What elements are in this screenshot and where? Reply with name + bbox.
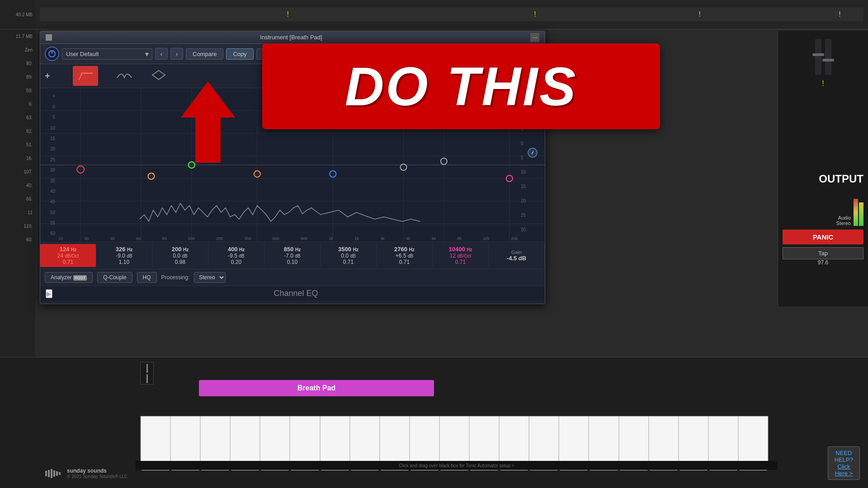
freq-500: 500 — [273, 236, 279, 241]
mem-label-13: 40. — [26, 183, 33, 188]
band-1-values[interactable]: 124 Hz 24 dB/Oct 0.71 — [40, 244, 96, 267]
band-7-values[interactable]: 2760 Hz +6.5 dB 0.71 — [377, 244, 433, 267]
freq-300: 300 — [244, 236, 251, 241]
right-panel: ! OUTPUT Audio Stereo PANIC Tap — [778, 31, 868, 306]
mem-label-2: 11.7 MB — [16, 34, 33, 39]
band-5-q: 0.10 — [287, 259, 297, 265]
marker-2: ! — [534, 10, 536, 19]
mem-label-16: 110. — [24, 224, 33, 229]
level-meters — [854, 190, 863, 226]
band-6-values[interactable]: 3500 Hz 0.0 dB 0.71 — [321, 244, 377, 267]
logo-icon — [45, 469, 63, 478]
freq-6k: 6k — [432, 236, 436, 241]
freq-80: 80 — [162, 236, 166, 241]
level-meter-r — [859, 190, 863, 226]
band-8-freq: 10400 Hz — [448, 246, 472, 253]
gain-tick-20: 20 — [50, 146, 55, 151]
band-3-q: 0.98 — [175, 259, 185, 265]
breath-pad-label: Breath Pad — [297, 384, 335, 392]
need-help-button[interactable]: NEED HELP? Click Here > — [828, 446, 860, 480]
band-2-icon[interactable] — [116, 69, 132, 83]
bottom-area: Breath Pad — [0, 357, 868, 488]
red-arrow-svg — [172, 81, 244, 163]
window-close-dot[interactable] — [46, 34, 52, 41]
gain-tick-55: 55 — [50, 221, 55, 225]
band-3-freq: 200 Hz — [172, 246, 189, 253]
band-1-db: 24 dB/Oct — [57, 253, 79, 259]
mem-label-17: 60. — [26, 237, 33, 242]
r-gain-25: 25 — [521, 213, 526, 218]
band-5-db: -7.0 dB — [284, 253, 300, 259]
add-band-btn[interactable]: + — [45, 71, 50, 81]
play-button[interactable]: ▶ — [46, 289, 52, 298]
band-1-icon[interactable] — [73, 66, 98, 86]
eq-footer: ▶ Channel EQ — [40, 286, 545, 301]
gain-knob[interactable] — [528, 148, 538, 158]
r-gain-20: 20 — [521, 198, 526, 203]
band-6-q: 0.71 — [343, 259, 354, 265]
need-help-label: NEED HELP? — [835, 450, 853, 463]
level-meter-l — [854, 190, 858, 226]
eq-minimize-btn[interactable]: — — [530, 33, 539, 42]
band-8-values[interactable]: 10400 Hz 12 dB/Oct 0.71 — [433, 244, 489, 267]
band-1-freq: 124 Hz — [60, 246, 77, 253]
freq-200: 200 — [216, 236, 223, 241]
band-5-freq: 850 Hz — [284, 246, 301, 253]
hq-button[interactable]: HQ — [137, 272, 157, 283]
mem-label-8: 63. — [26, 115, 33, 120]
analyzer-button[interactable]: AnalyzerPOST — [45, 272, 93, 283]
power-button[interactable] — [45, 47, 59, 61]
processing-select[interactable]: Stereo Left Right Mid Side — [194, 272, 226, 283]
gain-tick-plus: + — [52, 94, 55, 99]
mem-label-11: 16. — [26, 156, 33, 161]
gain-tick-25: 25 — [50, 157, 55, 162]
copy-button[interactable]: Copy — [226, 48, 253, 60]
tap-section: Tap 97.6 — [783, 247, 863, 266]
sunday-sounds-name: sunday sounds — [67, 468, 127, 474]
fader-right[interactable] — [825, 39, 831, 75]
freq-10k: 10k — [483, 236, 490, 241]
timeline-track: ! ! ! ! — [40, 8, 863, 21]
fader-left[interactable] — [815, 39, 821, 75]
freq-20k: 20k — [511, 236, 518, 241]
mem-label-10: 51. — [26, 142, 33, 147]
preset-dropdown[interactable]: User Default — [62, 48, 152, 60]
tonic-automator: Click and drag over black box for Tonic … — [136, 461, 778, 470]
band-1-q: 0.71 — [63, 259, 73, 265]
band-5-values[interactable]: 850 Hz -7.0 dB 0.10 — [264, 244, 321, 267]
band-2-values[interactable]: 326 Hz -9.0 dB 1.10 — [96, 244, 152, 267]
mem-label-1: 40.2 MB — [16, 12, 33, 17]
audio-stereo-section: Audio Stereo — [783, 190, 863, 226]
preset-dropdown-wrap[interactable]: User Default — [62, 48, 152, 60]
copyright-text: © 2021 Sunday Sounds® LLC — [67, 474, 127, 479]
freq-1k: 1k — [329, 236, 334, 241]
band-4-values[interactable]: 400 Hz -9.5 dB 0.20 — [208, 244, 264, 267]
mem-label-7: 6: — [29, 102, 33, 107]
tap-button[interactable]: Tap — [783, 247, 863, 259]
freq-4k: 4k — [406, 236, 410, 241]
band-3-values[interactable]: 200 Hz 0.0 dB 0.98 — [152, 244, 208, 267]
gain-labels-left: + 0 5 10 15 20 25 30 35 40 45 50 55 60 — [40, 88, 57, 242]
band-7-q: 0.71 — [399, 259, 410, 265]
nav-back-button[interactable]: ‹ — [155, 48, 168, 60]
compare-button[interactable]: Compare — [186, 48, 223, 60]
processing-label: Processing: — [161, 274, 190, 281]
band-8-db: 12 dB/Oct — [450, 253, 471, 259]
band-4-freq: 400 Hz — [228, 246, 245, 253]
svg-marker-25 — [181, 81, 235, 163]
band-3-icon[interactable] — [151, 69, 167, 83]
svg-rect-26 — [45, 471, 47, 476]
fader-right-handle[interactable] — [822, 59, 834, 61]
midi-transport-icon[interactable] — [140, 362, 154, 385]
band-4-db: -9.5 dB — [228, 253, 244, 259]
nav-forward-button[interactable]: › — [170, 48, 183, 60]
output-section: OUTPUT Audio Stereo PANIC Tap 97.6 — [778, 168, 868, 270]
breath-pad-bar[interactable]: Breath Pad — [199, 380, 434, 396]
r-gain-15b: 15 — [521, 184, 526, 189]
panic-button[interactable]: PANIC — [783, 230, 863, 244]
band-7-db: +6.5 dB — [396, 253, 413, 259]
warning-indicator: ! — [783, 80, 863, 88]
fader-left-handle[interactable] — [812, 53, 824, 56]
freq-2k: 2k — [354, 236, 359, 241]
q-couple-button[interactable]: Q-Couple — [97, 272, 132, 283]
